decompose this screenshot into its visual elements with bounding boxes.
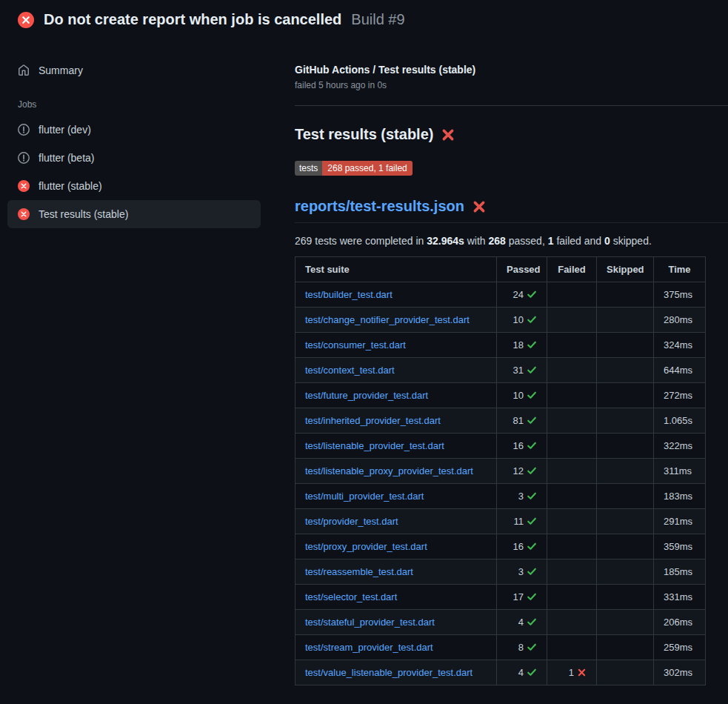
- suite-link[interactable]: test/selector_test.dart: [305, 591, 397, 602]
- sidebar-job-item[interactable]: flutter (dev): [7, 116, 261, 144]
- header-passed: Passed: [497, 257, 547, 282]
- passed-count: 16: [513, 440, 524, 451]
- check-icon: [527, 314, 537, 325]
- suite-link[interactable]: test/stream_provider_test.dart: [305, 642, 433, 653]
- suite-link[interactable]: test/provider_test.dart: [305, 516, 398, 527]
- sidebar-job-item[interactable]: flutter (beta): [7, 144, 261, 172]
- skipped-cell: [597, 635, 654, 660]
- passed-cell: 16: [497, 534, 547, 559]
- report-file-link[interactable]: reports/test-results.json: [295, 198, 464, 215]
- failed-cell: 1: [547, 660, 597, 685]
- failed-cell: [547, 635, 597, 660]
- time-cell: 311ms: [654, 459, 706, 484]
- run-status-text: failed 5 hours ago in 0s: [295, 80, 728, 90]
- check-icon: [527, 642, 537, 652]
- table-row: test/stateful_provider_test.dart 4 206ms: [295, 610, 706, 635]
- skipped-cell: [597, 434, 654, 459]
- passed-count: 10: [513, 314, 524, 325]
- sidebar-item-summary[interactable]: Summary: [7, 58, 261, 83]
- job-label: flutter (stable): [39, 180, 102, 192]
- skipped-cell: [597, 308, 654, 333]
- suite-link[interactable]: test/builder_test.dart: [305, 289, 393, 300]
- badge-label: tests: [295, 161, 322, 176]
- table-row: test/consumer_test.dart 18 324ms: [295, 333, 706, 358]
- failed-cell: [547, 559, 597, 585]
- suite-link[interactable]: test/consumer_test.dart: [305, 339, 406, 351]
- suite-link[interactable]: test/multi_provider_test.dart: [305, 491, 424, 502]
- job-status-icon: [18, 180, 30, 192]
- jobs-heading: Jobs: [7, 99, 261, 110]
- failed-cell: [547, 610, 597, 635]
- skipped-cell: [597, 383, 654, 408]
- passed-count: 8: [518, 642, 524, 653]
- passed-cell: 17: [497, 585, 547, 610]
- header-test-suite: Test suite: [295, 257, 497, 282]
- header-failed: Failed: [547, 257, 597, 282]
- suite-link[interactable]: test/future_provider_test.dart: [305, 390, 428, 401]
- summary-text: passed,: [506, 235, 548, 247]
- suite-link[interactable]: test/stateful_provider_test.dart: [305, 617, 435, 628]
- suite-link[interactable]: test/listenable_provider_test.dart: [305, 440, 444, 451]
- failed-cell: [547, 282, 597, 308]
- check-icon: [527, 339, 537, 350]
- job-label: flutter (beta): [39, 152, 94, 164]
- suite-link[interactable]: test/listenable_proxy_provider_test.dart: [305, 465, 473, 476]
- table-row: test/proxy_provider_test.dart 16 359ms: [295, 534, 706, 559]
- passed-cell: 10: [497, 308, 547, 333]
- section-title-text: Test results (stable): [295, 126, 433, 143]
- table-row: test/inherited_provider_test.dart 81 1.0…: [295, 408, 706, 434]
- passed-count: 81: [513, 415, 524, 426]
- failed-count: 1: [569, 667, 574, 678]
- suite-link[interactable]: test/change_notifier_provider_test.dart: [305, 314, 470, 325]
- sidebar-job-item[interactable]: Test results (stable): [7, 200, 261, 228]
- time-cell: 206ms: [654, 610, 706, 635]
- passed-count: 11: [514, 516, 524, 527]
- suite-link[interactable]: test/context_test.dart: [305, 365, 395, 376]
- run-title: Do not create report when job is cancell…: [44, 11, 341, 28]
- time-cell: 291ms: [654, 509, 706, 534]
- passed-cell: 31: [497, 358, 547, 383]
- passed-cell: 11: [497, 509, 547, 534]
- table-row: test/selector_test.dart 17 331ms: [295, 585, 706, 610]
- sidebar-job-item[interactable]: flutter (stable): [7, 172, 261, 200]
- check-icon: [527, 667, 537, 677]
- passed-count: 16: [513, 541, 524, 552]
- table-row: test/change_notifier_provider_test.dart …: [295, 308, 706, 333]
- table-row: test/future_provider_test.dart 10 272ms: [295, 383, 706, 408]
- skipped-cell: [597, 509, 654, 534]
- skipped-cell: [597, 484, 654, 509]
- passed-count: 24: [513, 289, 524, 300]
- failed-cell: [547, 308, 597, 333]
- suite-link[interactable]: test/inherited_provider_test.dart: [305, 415, 441, 426]
- summary-line: 269 tests were completed in 32.964s with…: [295, 235, 728, 247]
- time-cell: 322ms: [654, 434, 706, 459]
- passed-cell: 8: [497, 635, 547, 660]
- skipped-cell: [597, 333, 654, 358]
- test-table-body: test/builder_test.dart 24 375ms test/cha…: [295, 282, 706, 685]
- passed-count: 10: [513, 390, 524, 401]
- table-row: test/builder_test.dart 24 375ms: [295, 282, 706, 308]
- passed-cell: 10: [497, 383, 547, 408]
- skipped-cell: [597, 282, 654, 308]
- check-icon: [527, 465, 537, 476]
- home-icon: [18, 64, 30, 76]
- passed-cell: 3: [497, 559, 547, 585]
- report-heading: reports/test-results.json: [295, 198, 728, 223]
- main-content: GitHub Actions / Test results (stable) f…: [261, 37, 728, 685]
- skipped-cell: [597, 610, 654, 635]
- check-icon: [527, 491, 537, 501]
- passed-cell: 12: [497, 459, 547, 484]
- skipped-cell: [597, 585, 654, 610]
- passed-count: 3: [518, 566, 524, 577]
- passed-count: 17: [513, 591, 524, 602]
- summary-strong: 0: [604, 235, 610, 247]
- time-cell: 331ms: [654, 585, 706, 610]
- badge-value: 268 passed, 1 failed: [322, 161, 412, 176]
- failed-status-icon: [18, 208, 30, 220]
- suite-link[interactable]: test/value_listenable_provider_test.dart: [305, 667, 472, 678]
- suite-link[interactable]: test/reassemble_test.dart: [305, 566, 413, 577]
- check-icon: [527, 591, 537, 602]
- passed-cell: 18: [497, 333, 547, 358]
- skipped-cell: [597, 559, 654, 585]
- suite-link[interactable]: test/proxy_provider_test.dart: [305, 541, 427, 552]
